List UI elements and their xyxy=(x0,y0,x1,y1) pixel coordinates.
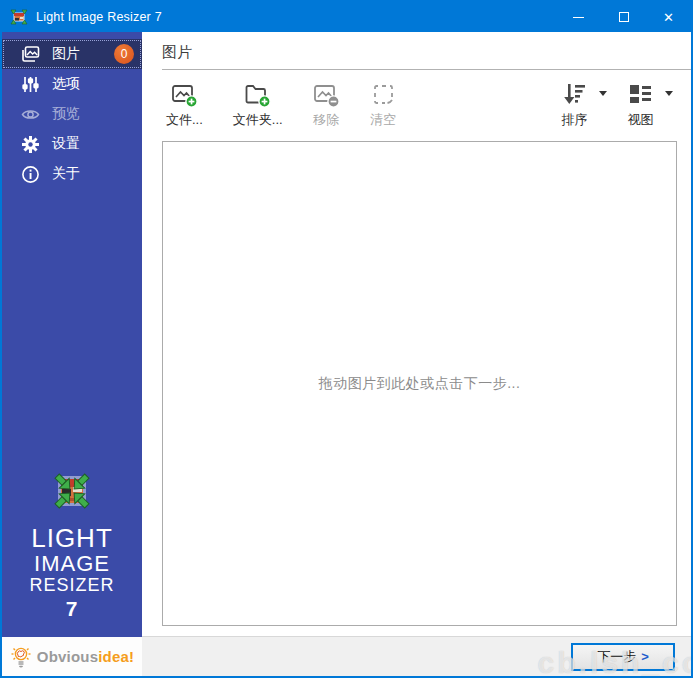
image-count-badge: 0 xyxy=(114,44,134,64)
sidebar-item-settings[interactable]: 设置 xyxy=(2,129,142,159)
app-logo-icon xyxy=(10,9,28,25)
sidebar-item-options[interactable]: 选项 xyxy=(2,69,142,99)
sort-dropdown-caret[interactable] xyxy=(599,91,607,96)
logo-word-resizer: RESIZER xyxy=(2,576,142,595)
brand-text: Obviousidea! xyxy=(37,648,134,665)
toolbar: 文件... 文件夹... xyxy=(142,70,691,139)
add-folder-button[interactable]: 文件夹... xyxy=(231,79,285,131)
toolbar-button-label: 移除 xyxy=(313,111,339,129)
title-bar: Light Image Resizer 7 ✕ xyxy=(2,2,691,32)
next-button-label: 下一步 xyxy=(597,648,636,666)
sidebar-item-label: 设置 xyxy=(52,135,80,153)
add-image-icon xyxy=(171,81,198,108)
photos-icon xyxy=(21,45,40,64)
toolbar-right: 排序 xyxy=(541,79,673,131)
sidebar-item-label: 选项 xyxy=(52,75,80,93)
page-title: 图片 xyxy=(142,32,691,69)
main-panel: 图片 文件... xyxy=(142,32,691,676)
eye-icon xyxy=(21,105,40,124)
add-files-button[interactable]: 文件... xyxy=(164,79,205,131)
sidebar-item-images[interactable]: 图片 0 xyxy=(2,39,142,69)
sidebar-item-preview[interactable]: 预览 xyxy=(2,99,142,129)
clear-icon xyxy=(370,81,397,108)
minimize-icon xyxy=(573,17,584,18)
sort-button[interactable]: 排序 xyxy=(559,79,590,131)
bottom-bar: 下一步 > xyxy=(142,636,691,676)
maximize-button[interactable] xyxy=(601,2,646,32)
toolbar-button-label: 文件... xyxy=(166,111,203,129)
sidebar-item-about[interactable]: 关于 xyxy=(2,159,142,189)
sidebar-item-label: 图片 xyxy=(52,45,80,63)
next-button[interactable]: 下一步 > xyxy=(571,643,675,671)
logo-version: 7 xyxy=(2,598,142,621)
add-folder-icon xyxy=(244,81,271,108)
sidebar-item-label: 关于 xyxy=(52,165,80,183)
dropzone-placeholder: 拖动图片到此处或点击下一步... xyxy=(319,375,521,393)
sidebar-nav: 图片 0 选项 xyxy=(2,32,142,189)
logo-word-image: IMAGE xyxy=(2,552,142,576)
maximize-icon xyxy=(619,12,629,22)
toolbar-button-label: 排序 xyxy=(562,111,588,129)
app-logo-image xyxy=(46,468,98,514)
view-button[interactable]: 视图 xyxy=(625,79,656,131)
sidebar: 图片 0 选项 xyxy=(2,32,142,676)
obviousidea-brand[interactable]: Obviousidea! xyxy=(2,637,142,676)
next-arrow: > xyxy=(641,649,649,664)
app-logo-block: LIGHT IMAGE RESIZER 7 xyxy=(2,468,142,637)
info-icon xyxy=(21,165,40,184)
sliders-icon xyxy=(21,75,40,94)
toolbar-button-label: 文件夹... xyxy=(233,111,283,129)
minimize-button[interactable] xyxy=(556,2,601,32)
logo-word-light: LIGHT xyxy=(2,524,142,552)
sort-icon xyxy=(561,81,588,108)
view-dropdown-caret[interactable] xyxy=(665,91,673,96)
remove-button[interactable]: 移除 xyxy=(311,79,342,131)
view-icon xyxy=(627,81,654,108)
close-button[interactable]: ✕ xyxy=(646,2,691,32)
window-title: Light Image Resizer 7 xyxy=(36,10,162,24)
app-window: Light Image Resizer 7 ✕ 图片 xyxy=(0,0,693,678)
lightbulb-icon xyxy=(10,645,32,669)
close-icon: ✕ xyxy=(663,10,674,25)
toolbar-button-label: 视图 xyxy=(628,111,654,129)
toolbar-button-label: 清空 xyxy=(370,111,396,129)
remove-image-icon xyxy=(313,81,340,108)
gear-icon xyxy=(21,135,40,154)
clear-button[interactable]: 清空 xyxy=(368,79,399,131)
sidebar-item-label: 预览 xyxy=(52,105,80,123)
image-dropzone[interactable]: 拖动图片到此处或点击下一步... xyxy=(162,141,677,626)
